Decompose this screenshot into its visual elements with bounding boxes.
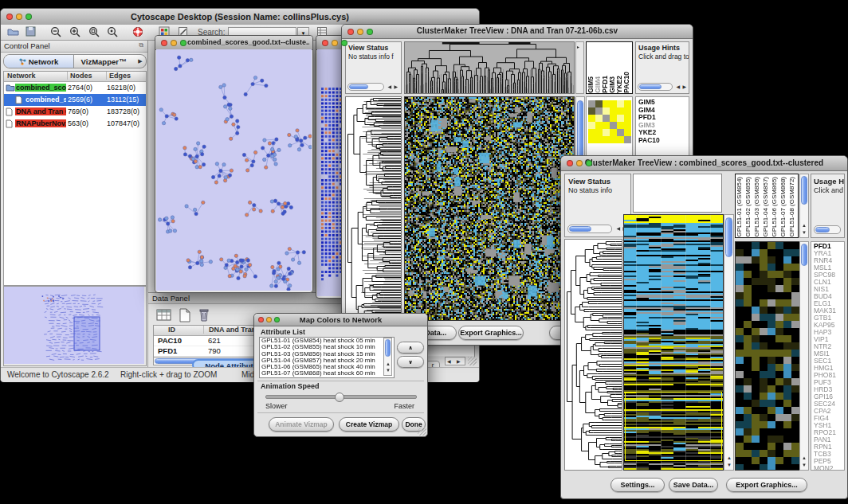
col-header-network[interactable]: Network — [7, 72, 36, 80]
zoom-button[interactable] — [586, 160, 592, 166]
tv2-global-heatmap[interactable] — [623, 214, 724, 471]
network-name: combined_sco — [25, 96, 66, 104]
minimize-button[interactable] — [332, 40, 338, 46]
network-canvas[interactable] — [156, 49, 312, 291]
minimize-button[interactable] — [16, 14, 22, 20]
tv1-column-dendrogram[interactable] — [404, 41, 575, 94]
attribute-list-vscrollbar[interactable]: ▲▼ — [383, 338, 392, 376]
tv2-collabel-vscrollbar[interactable]: ▲▼ — [799, 174, 809, 238]
slider-thumb[interactable] — [335, 393, 344, 402]
tv2-view-status-title: View Status — [565, 174, 630, 186]
move-up-button[interactable]: ∧ — [397, 342, 424, 354]
tv1-mini-heatmap[interactable] — [588, 100, 631, 143]
dialog-resize-grip[interactable] — [418, 427, 426, 436]
close-button[interactable] — [347, 29, 354, 35]
tv2-zoom-heatmap[interactable] — [735, 241, 800, 471]
minimize-button[interactable] — [576, 160, 583, 166]
mini-heatmap-cell — [610, 107, 617, 115]
main-titlebar[interactable]: Cytoscape Desktop (Session Name: collins… — [1, 9, 479, 25]
open-file-icon[interactable] — [7, 26, 19, 37]
mini-heatmap-cell — [624, 115, 631, 122]
row-id: PAC10 — [158, 336, 182, 345]
close-button[interactable] — [6, 14, 13, 20]
attribute-list-item[interactable]: GPL51-07 (GSM868) heat shock 60 min — [260, 370, 394, 377]
mini-heatmap-cell — [624, 136, 631, 143]
mini-heatmap-cell — [603, 122, 610, 129]
zoom-out-icon[interactable] — [50, 26, 62, 38]
tv1-heatmap[interactable] — [404, 96, 575, 321]
zoom-button[interactable] — [341, 40, 347, 46]
tv1-row-dendrogram[interactable] — [345, 96, 402, 321]
animate-vizmap-button[interactable]: Animate Vizmap — [269, 417, 334, 432]
tv1-export-graphics-button[interactable]: Export Graphics... — [458, 326, 524, 340]
new-attribute-icon[interactable] — [179, 308, 191, 322]
zoom-selected-icon[interactable] — [88, 26, 100, 38]
tv2-column-label: GPL51-06 (GSM865) — [771, 177, 779, 237]
zoom-in-icon[interactable] — [69, 26, 81, 38]
tv2-zoom-vscrollbar[interactable]: ▲▼ — [799, 241, 809, 471]
tv1-column-label: YKE2 — [615, 76, 622, 93]
network-table-row[interactable]: DNA and Tran 07769(0)183728(0) — [4, 106, 146, 118]
status-welcome: Welcome to Cytoscape 2.6.2 — [7, 370, 109, 379]
tv2-global-vscrollbar[interactable]: ▲▼ — [724, 214, 734, 471]
tv2-column-tree-area[interactable] — [633, 174, 722, 213]
tv2-export-graphics-button[interactable]: Export Graphics... — [726, 478, 807, 492]
tv2-status-hscrollbar[interactable] — [567, 225, 612, 233]
tv2-row-dendrogram[interactable] — [564, 239, 622, 471]
control-panel-tabs: Network VizMapper™ ▶ — [3, 54, 147, 68]
zoom-button[interactable] — [180, 40, 186, 46]
close-button[interactable] — [258, 317, 264, 322]
zoom-button[interactable] — [274, 317, 280, 322]
close-button[interactable] — [567, 160, 573, 166]
minimize-button[interactable] — [357, 29, 363, 35]
tv2-gene-label[interactable]: MON2 — [814, 465, 844, 471]
network-nodes-count: 2569(6) — [68, 96, 92, 104]
tab-overflow-label: ▶ — [138, 58, 142, 64]
zoom-button[interactable] — [367, 29, 373, 35]
treeview2-title: ClusterMaker TreeView : combined_scores_… — [561, 158, 847, 167]
move-down-button[interactable]: ∨ — [397, 356, 424, 368]
delete-attribute-icon[interactable] — [198, 307, 210, 322]
tab-vizmapper-label: VizMapper™ — [81, 57, 127, 66]
tv2-settings-button[interactable]: Settings... — [610, 478, 665, 492]
data-table-hscroll-arrows[interactable]: ◀▶ — [445, 357, 465, 365]
tab-vizmapper[interactable]: VizMapper™ — [74, 55, 133, 68]
main-window-resize-grip[interactable] — [468, 357, 477, 365]
zoom-fit-icon[interactable] — [107, 26, 119, 38]
close-button[interactable] — [161, 40, 167, 46]
network-table-row[interactable]: combined_scores2764(0)16218(0) — [4, 82, 146, 94]
network-table-row[interactable]: combined_sco2569(6)13112(15) — [4, 94, 146, 106]
help-lifesaver-icon[interactable] — [132, 26, 144, 38]
mini-heatmap-cell — [595, 122, 603, 129]
tab-overflow-arrow[interactable]: ▶ — [135, 55, 146, 68]
minimize-button[interactable] — [266, 317, 272, 322]
zoom-button[interactable] — [26, 14, 32, 20]
col-header-edges[interactable]: Edges — [106, 72, 131, 80]
tv2-save-data-button[interactable]: Save Data... — [669, 478, 718, 492]
tv2-hints-hscrollbar[interactable] — [814, 225, 841, 234]
col-header-nodes[interactable]: Nodes — [67, 72, 92, 80]
network-name: combined_scores — [15, 84, 66, 92]
save-icon[interactable] — [26, 26, 37, 37]
network-table-row[interactable]: RNAPuberNov2+|563(0)107847(0) — [4, 118, 146, 130]
network-overview-panel[interactable] — [3, 286, 147, 366]
tv1-gene-label[interactable]: PAC10 — [638, 137, 689, 145]
select-attributes-icon[interactable] — [156, 308, 172, 322]
tv1-col-scroll-strip[interactable]: ▸ — [575, 41, 584, 94]
create-vizmap-button[interactable]: Create Vizmap — [339, 417, 399, 432]
tv1-hints-hscrollbar[interactable] — [638, 83, 673, 91]
network-nodes-count: 2764(0) — [68, 84, 92, 92]
attribute-list: GPL51-01 (GSM854) heat shock 05 minGPL51… — [259, 337, 395, 378]
tv1-column-label: PAC10 — [622, 72, 630, 93]
treeview1-title: ClusterMaker TreeView : DNA and Tran 07-… — [342, 26, 693, 35]
animation-speed-slider[interactable] — [265, 395, 417, 399]
animation-speed-label: Animation Speed — [261, 382, 320, 390]
close-button[interactable] — [322, 40, 328, 46]
tv1-column-label: GIM5 — [587, 76, 594, 93]
desktop: Cytoscape Desktop (Session Name: collins… — [0, 0, 848, 504]
tab-network[interactable]: Network — [4, 55, 74, 68]
float-panel-icon[interactable]: ⧉ — [139, 41, 143, 49]
data-col-id[interactable]: ID — [168, 326, 175, 334]
minimize-button[interactable] — [171, 40, 177, 46]
tv1-status-hscrollbar[interactable] — [347, 83, 384, 91]
